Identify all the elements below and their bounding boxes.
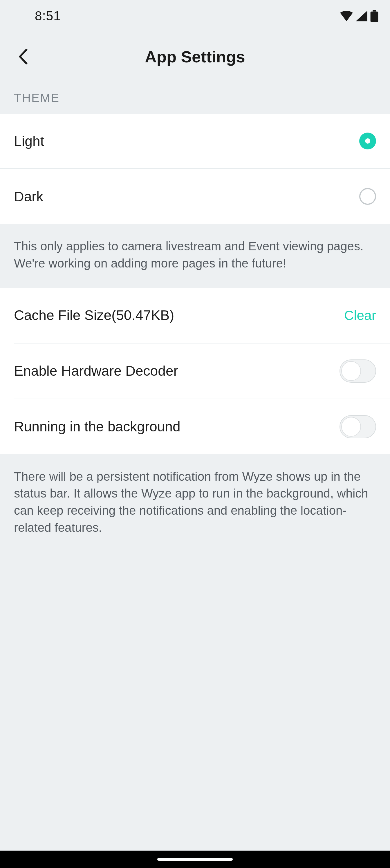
background-note: There will be a persistent notification …	[0, 454, 390, 552]
home-gesture-pill[interactable]	[157, 858, 233, 861]
background-toggle[interactable]	[339, 415, 376, 438]
background-label: Running in the background	[14, 418, 180, 435]
status-icons	[340, 10, 379, 22]
theme-option-label: Dark	[14, 189, 43, 205]
section-header-theme: THEME	[0, 81, 390, 114]
theme-option-dark[interactable]: Dark	[0, 169, 390, 224]
empty-area	[0, 552, 390, 850]
radio-unselected-icon	[359, 188, 376, 205]
cache-label: Cache File Size(50.47KB)	[14, 307, 174, 323]
settings-group: Cache File Size(50.47KB) Clear Enable Ha…	[0, 288, 390, 454]
cache-row: Cache File Size(50.47KB) Clear	[0, 288, 390, 343]
wifi-icon	[340, 10, 353, 22]
cell-signal-icon	[356, 10, 367, 22]
toggle-thumb	[341, 417, 361, 437]
radio-selected-icon	[359, 132, 376, 149]
chevron-left-icon	[18, 49, 28, 64]
theme-note: This only applies to camera livestream a…	[0, 224, 390, 288]
status-time: 8:51	[35, 9, 61, 23]
background-row: Running in the background	[0, 399, 390, 454]
system-nav-bar	[0, 850, 390, 868]
theme-option-label: Light	[14, 133, 44, 149]
status-bar: 8:51	[0, 0, 390, 32]
theme-option-light[interactable]: Light	[0, 114, 390, 169]
page-title: App Settings	[0, 47, 390, 66]
page-header: App Settings	[0, 32, 390, 81]
battery-icon	[370, 10, 379, 22]
hardware-decoder-label: Enable Hardware Decoder	[14, 363, 178, 379]
hardware-decoder-toggle[interactable]	[339, 360, 376, 383]
back-button[interactable]	[14, 48, 32, 65]
toggle-thumb	[341, 361, 361, 381]
hardware-decoder-row: Enable Hardware Decoder	[0, 343, 390, 399]
svg-rect-0	[372, 10, 376, 11]
clear-cache-button[interactable]: Clear	[344, 308, 376, 323]
svg-rect-1	[370, 11, 379, 22]
